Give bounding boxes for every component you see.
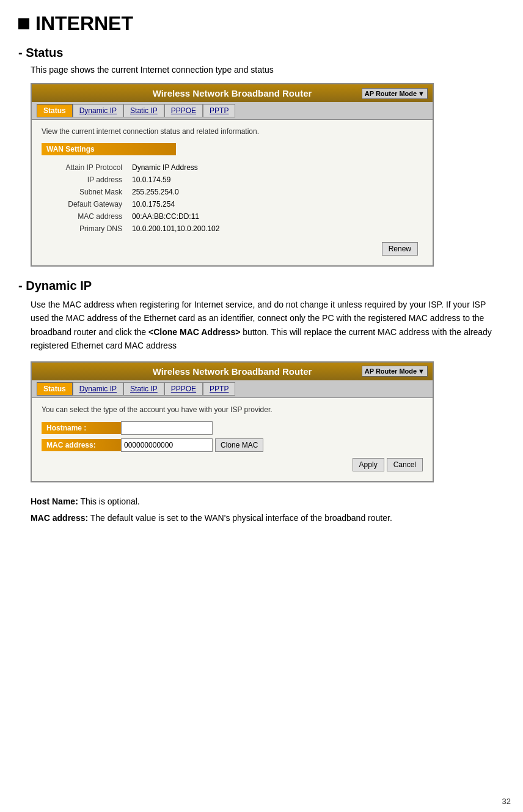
mode-select-2[interactable]: AP Router Mode ▼	[362, 366, 428, 377]
value-ip-address: 10.0.174.59	[127, 174, 423, 186]
nav-tab-dynamic-ip-2[interactable]: Dynamic IP	[73, 382, 123, 396]
label-mac-address: MAC address	[42, 210, 127, 223]
mode-arrow-2: ▼	[418, 367, 425, 375]
mac-address-row: MAC address: Clone MAC	[42, 438, 423, 452]
page-title: INTERNET	[18, 12, 505, 35]
table-row: MAC address 00:AA:BB:CC:DD:11	[42, 210, 423, 223]
bottom-text: Host Name: This is optional. MAC address…	[31, 495, 505, 526]
status-heading: - Status	[18, 46, 505, 60]
value-mac-address: 00:AA:BB:CC:DD:11	[127, 210, 423, 223]
nav-tab-static-ip-1[interactable]: Static IP	[123, 104, 164, 117]
router-nav-1: Status Dynamic IP Static IP PPPOE PPTP	[32, 102, 433, 120]
mac-address-input[interactable]	[121, 438, 213, 452]
router-header-2: Wireless Network Broadband Router AP Rou…	[32, 363, 433, 380]
apply-cancel-row: Apply Cancel	[42, 456, 423, 474]
nav-tab-pptp-1[interactable]: PPTP	[203, 104, 235, 117]
router-box-dynamic: Wireless Network Broadband Router AP Rou…	[31, 361, 434, 482]
apply-button[interactable]: Apply	[353, 458, 384, 471]
router-content-1: View the current internet connection sta…	[32, 120, 433, 265]
label-subnet-mask: Subnet Mask	[42, 186, 127, 198]
mac-address-text: The default value is set to the WAN's ph…	[90, 513, 392, 523]
value-attain-ip: Dynamic IP Address	[127, 161, 423, 174]
nav-tab-pppoe-1[interactable]: PPPOE	[164, 104, 203, 117]
renew-row: Renew	[42, 240, 423, 258]
nav-tab-pptp-2[interactable]: PPTP	[203, 382, 235, 396]
router-box-status: Wireless Network Broadband Router AP Rou…	[31, 83, 434, 267]
router-desc-2: You can select the type of the account y…	[42, 405, 423, 414]
table-row: Primary DNS 10.0.200.101,10.0.200.102	[42, 223, 423, 235]
cancel-button[interactable]: Cancel	[387, 458, 423, 471]
mode-select-1[interactable]: AP Router Mode ▼	[362, 88, 428, 99]
status-description: This page shows the current Internet con…	[31, 65, 505, 75]
mode-arrow-1: ▼	[418, 90, 425, 97]
clone-mac-bold: <Clone MAC Address>	[148, 327, 240, 337]
nav-tab-status-2[interactable]: Status	[37, 382, 73, 396]
router-header-1: Wireless Network Broadband Router AP Rou…	[32, 84, 433, 102]
label-ip-address: IP address	[42, 174, 127, 186]
host-name-bold: Host Name:	[31, 496, 78, 506]
router-header-title-1: Wireless Network Broadband Router	[153, 88, 312, 98]
nav-tab-status-1[interactable]: Status	[37, 104, 73, 117]
nav-tab-dynamic-ip-1[interactable]: Dynamic IP	[73, 104, 123, 117]
hostname-row: Hostname :	[42, 421, 423, 435]
wan-settings-header: WAN Settings	[42, 143, 176, 155]
value-primary-dns: 10.0.200.101,10.0.200.102	[127, 223, 423, 235]
table-row: Attain IP Protocol Dynamic IP Address	[42, 161, 423, 174]
mode-label-1: AP Router Mode	[365, 90, 417, 97]
value-default-gateway: 10.0.175.254	[127, 198, 423, 210]
label-attain-ip: Attain IP Protocol	[42, 161, 127, 174]
label-primary-dns: Primary DNS	[42, 223, 127, 235]
nav-tab-static-ip-2[interactable]: Static IP	[123, 382, 164, 396]
dynamic-ip-body: Use the MAC address when registering for…	[31, 298, 505, 353]
router-content-2: You can select the type of the account y…	[32, 398, 433, 481]
host-name-text: This is optional.	[80, 496, 139, 506]
mac-address-bold: MAC address:	[31, 513, 88, 523]
page-number: 32	[502, 797, 511, 806]
dynamic-ip-heading: - Dynamic IP	[18, 279, 505, 293]
mac-address-label: MAC address:	[42, 439, 121, 451]
page-title-text: INTERNET	[35, 12, 133, 35]
router-nav-2: Status Dynamic IP Static IP PPPOE PPTP	[32, 380, 433, 398]
clone-mac-button[interactable]: Clone MAC	[215, 438, 263, 452]
status-section: - Status This page shows the current Int…	[18, 46, 505, 267]
renew-button[interactable]: Renew	[382, 242, 418, 256]
router-desc-1: View the current internet connection sta…	[42, 127, 423, 136]
mode-label-2: AP Router Mode	[365, 367, 417, 375]
table-row: Default Gateway 10.0.175.254	[42, 198, 423, 210]
square-icon	[18, 18, 29, 29]
dynamic-ip-section: - Dynamic IP Use the MAC address when re…	[18, 279, 505, 482]
mac-address-line: MAC address: The default value is set to…	[31, 511, 505, 526]
table-row: Subnet Mask 255.255.254.0	[42, 186, 423, 198]
value-subnet-mask: 255.255.254.0	[127, 186, 423, 198]
host-name-line: Host Name: This is optional.	[31, 495, 505, 509]
hostname-label: Hostname :	[42, 422, 121, 434]
table-row: IP address 10.0.174.59	[42, 174, 423, 186]
settings-table: Attain IP Protocol Dynamic IP Address IP…	[42, 161, 423, 235]
label-default-gateway: Default Gateway	[42, 198, 127, 210]
nav-tab-pppoe-2[interactable]: PPPOE	[164, 382, 203, 396]
router-header-title-2: Wireless Network Broadband Router	[153, 366, 312, 377]
hostname-input[interactable]	[121, 421, 213, 435]
